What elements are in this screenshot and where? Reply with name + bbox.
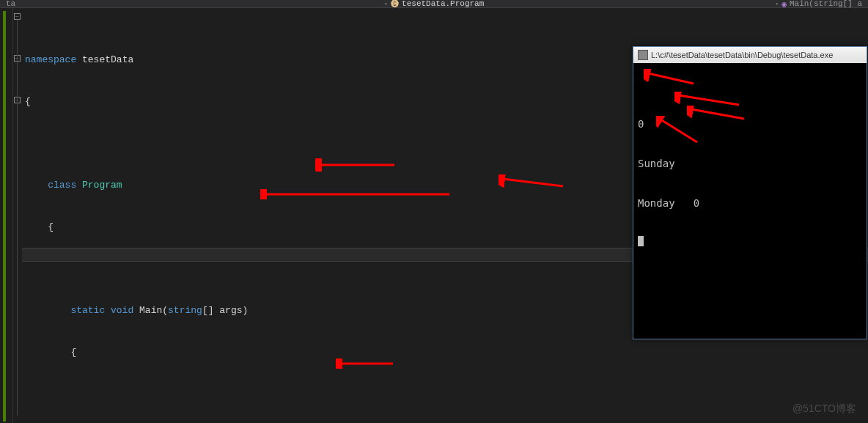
console-title-text: L:\c#\tesetData\tesetData\bin\Debug\tese…	[651, 51, 833, 59]
brace: {	[25, 96, 31, 107]
fold-column: − − −	[13, 8, 22, 423]
keyword: void	[105, 305, 133, 316]
class-icon: 🅒	[391, 0, 399, 9]
breadcrumb-class-label: tesetData.Program	[402, 0, 484, 8]
console-line: 0	[638, 117, 862, 130]
brace: {	[25, 221, 54, 232]
brace: {	[25, 347, 76, 358]
watermark: @51CTO博客	[792, 402, 856, 416]
console-cursor	[638, 236, 862, 249]
class-name: Program	[76, 180, 122, 191]
keyword: class	[25, 180, 76, 191]
method-icon: ◉	[781, 0, 787, 9]
console-output: 0 Sunday Monday 0	[633, 63, 867, 277]
console-app-icon	[638, 50, 648, 60]
keyword: static	[25, 305, 105, 316]
breadcrumb-method-label: Main(string[] a	[790, 0, 862, 8]
console-titlebar[interactable]: L:\c#\tesetData\tesetData\bin\Debug\tese…	[633, 47, 867, 63]
breadcrumb-bar: ta ▾ 🅒 tesetData.Program ▾ ◉ Main(string…	[0, 0, 868, 8]
dropdown-icon: ▾	[384, 0, 388, 8]
tab-left-label: ta	[6, 0, 15, 8]
identifier: tesetData	[76, 54, 133, 65]
fold-toggle[interactable]: −	[14, 13, 21, 20]
outline-column	[0, 8, 13, 423]
console-window[interactable]: L:\c#\tesetData\tesetData\bin\Debug\tese…	[633, 46, 867, 339]
tab-left[interactable]: ta	[0, 0, 21, 8]
breadcrumb-class[interactable]: ▾ 🅒 tesetData.Program	[384, 0, 485, 9]
breadcrumb-method[interactable]: ▾ ◉ Main(string[] a	[775, 0, 868, 9]
dropdown-icon: ▾	[775, 0, 779, 8]
keyword: namespace	[25, 54, 76, 65]
keyword: string	[168, 305, 202, 316]
console-line: Monday 0	[638, 196, 862, 210]
console-line: Sunday	[638, 157, 862, 170]
method-name: Main	[133, 305, 162, 316]
